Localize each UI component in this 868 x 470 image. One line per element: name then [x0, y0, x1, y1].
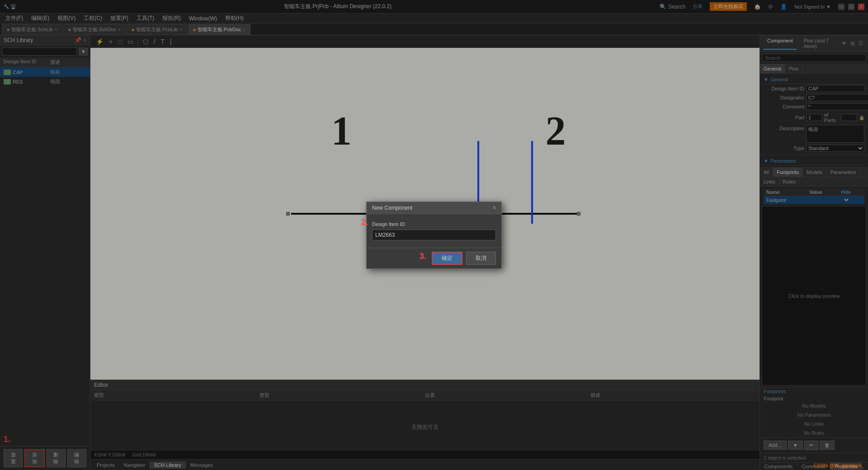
modal-cancel-btn[interactable]: 取消 [466, 252, 496, 265]
modal-overlay[interactable]: New Component × 2. Design Item ID 3. 确定 … [0, 0, 868, 470]
new-component-dialog: New Component × 2. Design Item ID 3. 确定 … [366, 202, 502, 269]
step2-label: 2. [361, 218, 368, 227]
watermark: CSDN @W_oilpicture_ [814, 463, 864, 468]
modal-ok-btn[interactable]: 确定 [432, 252, 462, 265]
modal-body: 2. Design Item ID [367, 214, 501, 248]
modal-title: New Component [372, 205, 412, 211]
modal-design-id-input[interactable] [372, 230, 496, 240]
modal-header: New Component × [367, 202, 501, 214]
modal-field-label: Design Item ID [372, 221, 496, 227]
step3-label: 3. [420, 252, 426, 265]
modal-close-btn[interactable]: × [493, 205, 496, 211]
modal-footer: 3. 确定 取消 [367, 248, 501, 268]
